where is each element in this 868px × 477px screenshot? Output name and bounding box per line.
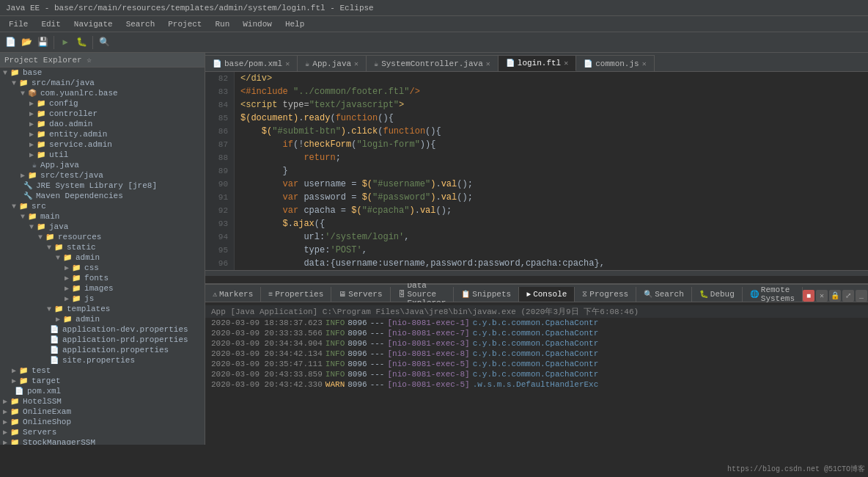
menu-edit[interactable]: Edit [35, 18, 66, 30]
tree-item[interactable]: 📄 site.properties [0, 355, 205, 365]
tree-item[interactable]: ▶ 📁 test [0, 365, 205, 376]
bottom-tab-data-source-explorer[interactable]: 🗄 Data Source Explorer [391, 287, 455, 302]
tree-item[interactable]: ▶ 📁 entity.admin [0, 129, 205, 139]
tree-arrow: ▼ [56, 254, 60, 262]
tab-systemcontroller-java[interactable]: ☕ SystemController.java ✕ [367, 55, 499, 71]
tree-item[interactable]: ▶ 📁 controller [0, 109, 205, 119]
tab-close-icon[interactable]: ✕ [564, 59, 568, 68]
tree-item[interactable]: 📄 application.properties [0, 345, 205, 355]
tree-label: site.properties [62, 356, 135, 365]
tree-item[interactable]: ▶ 📁 Servers [0, 427, 205, 437]
tree-label: admin [76, 253, 100, 262]
tree-icon: ☕ [32, 161, 37, 170]
tree-item[interactable]: ▶ 📁 StockManagerSSM [0, 437, 205, 445]
code-editor[interactable]: 82</div>83<#include "../common/footer.ft… [205, 72, 868, 283]
menu-window[interactable]: Window [237, 18, 278, 30]
tree-item[interactable]: ▶ 📁 OnlineShop [0, 417, 205, 427]
tree-item[interactable]: ▼ 📁 static [0, 242, 205, 252]
menu-search[interactable]: Search [120, 18, 161, 30]
sidebar-title: Project Explorer ☆ [4, 55, 92, 65]
tab-login-ftl[interactable]: 📄 login.ftl ✕ [499, 55, 576, 71]
tab-base-pom-xml[interactable]: 📄 base/pom.xml ✕ [205, 55, 298, 71]
run-button[interactable]: ▶ [58, 35, 73, 50]
console-log-line: 2020-03-09 18:38:37.623 INFO 8096 --- [n… [205, 318, 868, 328]
tree-arrow: ▶ [29, 99, 34, 108]
clear-button[interactable]: ✕ [816, 290, 828, 302]
tree-item[interactable]: ▼ 📁 base [0, 68, 205, 78]
menu-project[interactable]: Project [162, 18, 207, 30]
tab-close-icon[interactable]: ✕ [285, 59, 290, 68]
tree-item[interactable]: ▶ 📁 css [0, 263, 205, 273]
tree-arrow: ▶ [29, 109, 34, 118]
line-number: 83 [205, 85, 235, 98]
tree-item[interactable]: ▼ 📁 admin [0, 252, 205, 263]
menu-help[interactable]: Help [279, 18, 310, 30]
code-line: 95 type:'POST', [205, 244, 868, 257]
expand-button[interactable]: ⤢ [842, 290, 854, 302]
bottom-tab-remote-systems[interactable]: 🌐 Remote Systems [743, 287, 803, 302]
tree-arrow: ▼ [3, 69, 7, 77]
tree-item[interactable]: ▼ 📁 resources [0, 232, 205, 242]
log-thread: [nio-8081-exec-5] [387, 380, 469, 389]
tree-item[interactable]: 📄 application-prd.properties [0, 335, 205, 345]
bottom-tab-snippets[interactable]: 📋 Snippets [454, 287, 519, 302]
tree-item[interactable]: ▶ 📁 fonts [0, 273, 205, 283]
menu-run[interactable]: Run [209, 18, 235, 30]
tree-item[interactable]: ▼ 📁 java [0, 222, 205, 232]
bottom-tab-progress[interactable]: ⧖ Progress [575, 287, 636, 302]
debug-button[interactable]: 🐛 [74, 35, 89, 50]
menu-navigate[interactable]: Navigate [68, 18, 119, 30]
search-button[interactable]: 🔍 [97, 35, 111, 50]
minimize-button[interactable]: _ [856, 290, 867, 302]
tab-common-js[interactable]: 📄 common.js ✕ [576, 55, 654, 71]
tab-app-java[interactable]: ☕ App.java ✕ [298, 55, 367, 71]
log-class: c.y.b.c.common.CpachaContr [473, 329, 599, 338]
bottom-tab-markers[interactable]: ⚠ Markers [205, 287, 261, 302]
tree-item[interactable]: ▼ 📁 main [0, 211, 205, 222]
tree-item[interactable]: 🔧 JRE System Library [jre8] [0, 181, 205, 191]
tree-item[interactable]: ▼ 📁 src [0, 201, 205, 211]
tree-item[interactable]: ▶ 📁 service.admin [0, 139, 205, 150]
menu-file[interactable]: File [3, 18, 34, 30]
new-button[interactable]: 📄 [3, 35, 18, 50]
bottom-tab-properties[interactable]: ≡ Properties [261, 287, 331, 302]
bottom-tab-label: Properties [275, 290, 323, 299]
bottom-tab-debug[interactable]: 🐛 Debug [692, 287, 743, 302]
tree-icon: 📄 [50, 356, 59, 365]
tree-item[interactable]: ▶ 📁 admin [0, 314, 205, 324]
horizontal-scrollbar[interactable] [205, 270, 868, 276]
tree-item[interactable]: ▶ 📁 OnlineExam [0, 407, 205, 417]
tree-item[interactable]: ▶ 📁 config [0, 98, 205, 109]
open-button[interactable]: 📂 [19, 35, 34, 50]
tree-item[interactable]: ▶ 📁 util [0, 150, 205, 160]
tree-arrow: ▶ [21, 171, 25, 180]
tree-label: application.properties [62, 346, 169, 354]
scroll-lock-button[interactable]: 🔒 [829, 290, 841, 302]
tree-item[interactable]: ▶ 📁 js [0, 294, 205, 304]
tab-label: base/pom.xml [224, 59, 282, 68]
tree-label: application-prd.properties [62, 335, 188, 344]
tree-item[interactable]: 🔧 Maven Dependencies [0, 191, 205, 201]
tree-item[interactable]: ▼ 📦 com.yuanlrc.base [0, 88, 205, 98]
tree-item[interactable]: ▼ 📁 src/main/java [0, 78, 205, 88]
tree-item[interactable]: ☕ App.java [0, 160, 205, 170]
tree-item[interactable]: 📄 pom.xml [0, 386, 205, 396]
tab-close-icon[interactable]: ✕ [486, 59, 490, 68]
bottom-tab-servers[interactable]: 🖥 Servers [331, 287, 390, 302]
tree-item[interactable]: ▶ 📁 src/test/java [0, 170, 205, 181]
tree-item[interactable]: 📄 application-dev.properties [0, 324, 205, 335]
tab-icon: 📄 [506, 59, 515, 68]
tree-arrow: ▶ [3, 397, 7, 406]
tree-item[interactable]: ▶ 📁 images [0, 283, 205, 294]
log-port: 8096 [347, 349, 367, 358]
bottom-tab-console[interactable]: ► Console [519, 287, 575, 302]
tree-item[interactable]: ▶ 📁 HotelSSM [0, 396, 205, 407]
tree-item[interactable]: ▶ 📁 target [0, 376, 205, 386]
tab-close-icon[interactable]: ✕ [642, 59, 647, 68]
tree-item[interactable]: ▼ 📁 templates [0, 304, 205, 314]
bottom-tab-search[interactable]: 🔍 Search [636, 287, 692, 302]
save-button[interactable]: 💾 [35, 35, 50, 50]
tree-item[interactable]: ▶ 📁 dao.admin [0, 119, 205, 129]
tab-close-icon[interactable]: ✕ [354, 59, 358, 68]
stop-button[interactable]: ■ [803, 290, 814, 302]
